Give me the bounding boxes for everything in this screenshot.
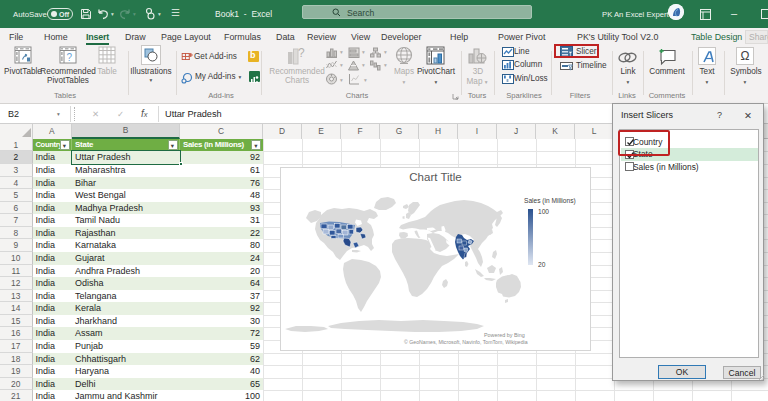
svg-text:?: ? — [298, 47, 305, 60]
svg-text:?: ? — [67, 52, 73, 63]
